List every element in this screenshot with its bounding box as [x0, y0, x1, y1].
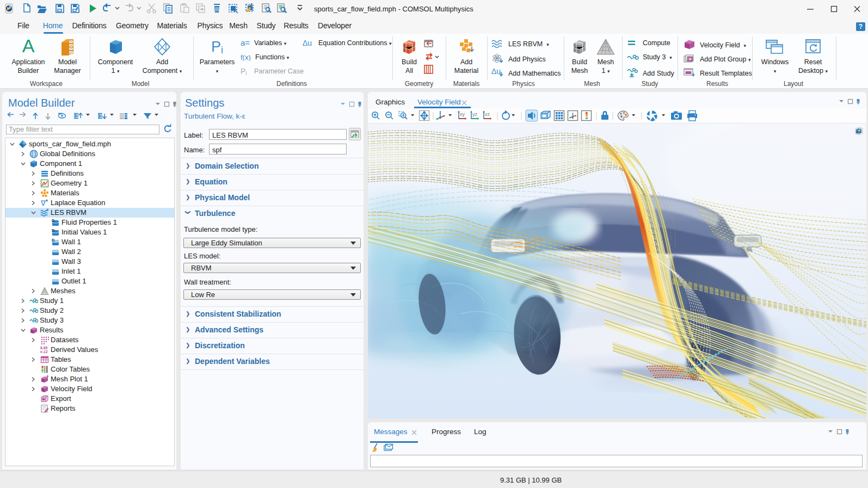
svg-text:xy: xy — [460, 112, 465, 117]
svg-text:f(x): f(x) — [241, 53, 251, 61]
svg-text:Pi: Pi — [241, 67, 247, 75]
svg-text:Pi: Pi — [211, 39, 223, 55]
svg-text:a=: a= — [241, 39, 250, 47]
svg-text:Δu: Δu — [491, 67, 501, 76]
svg-text:A: A — [22, 38, 35, 55]
svg-text:Δu: Δu — [303, 39, 312, 47]
svg-text:yz: yz — [472, 112, 478, 117]
svg-text:xz: xz — [485, 112, 490, 117]
